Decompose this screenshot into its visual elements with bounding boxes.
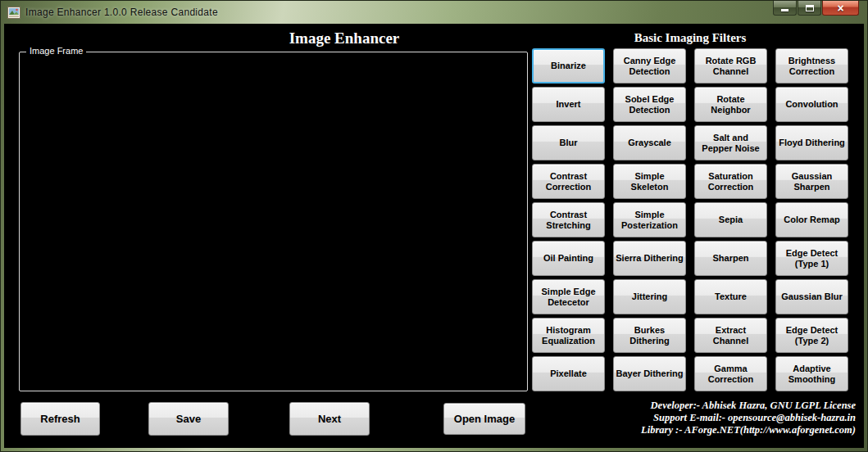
- image-frame-label: Image Frame: [26, 46, 86, 56]
- filter-button-gamma-correction[interactable]: Gamma Correction: [694, 356, 767, 391]
- filter-button-oil-painting[interactable]: Oil Painting: [532, 241, 605, 276]
- credit-line: Support E-mail:- opensource@abhisek-hazr…: [641, 412, 856, 424]
- filter-button-grayscale[interactable]: Grayscale: [613, 125, 686, 160]
- filter-button-adaptive-smoothing[interactable]: Adaptive Smoothing: [775, 356, 848, 391]
- credit-line: Developer:- Abhisek Hazra, GNU LGPL Lice…: [641, 400, 856, 412]
- client-area: Image Enhancer Basic Imaging Filters Ima…: [4, 24, 864, 448]
- filter-button-histogram-equalization[interactable]: Histogram Equalization: [532, 318, 605, 353]
- titlebar[interactable]: Image Enhancer 1.0.0 Release Candidate ×: [1, 1, 867, 24]
- filter-button-invert[interactable]: Invert: [532, 87, 605, 122]
- filter-button-salt-and-pepper-noise[interactable]: Salt and Pepper Noise: [694, 125, 767, 160]
- filter-button-convolution[interactable]: Convolution: [775, 87, 848, 122]
- filter-button-bayer-dithering[interactable]: Bayer Dithering: [613, 356, 686, 391]
- filter-button-gaussian-blur[interactable]: Gaussian Blur: [775, 279, 848, 314]
- image-frame: Image Frame: [19, 52, 528, 391]
- app-heading: Image Enhancer: [225, 29, 463, 47]
- minimize-button[interactable]: [773, 1, 797, 16]
- filter-button-sharpen[interactable]: Sharpen: [694, 241, 767, 276]
- filter-button-jittering[interactable]: Jittering: [613, 279, 686, 314]
- filter-button-simple-posterization[interactable]: Simple Posterization: [613, 202, 686, 237]
- filter-button-floyd-dithering[interactable]: Floyd Dithering: [775, 125, 848, 160]
- refresh-button[interactable]: Refresh: [20, 402, 100, 436]
- maximize-icon: [806, 5, 814, 11]
- save-button[interactable]: Save: [148, 402, 229, 436]
- filter-button-contrast-stretching[interactable]: Contrast Stretching: [532, 202, 605, 237]
- filter-grid: BinarizeCanny Edge DetectionRotate RGB C…: [532, 48, 848, 391]
- filter-button-extract-channel[interactable]: Extract Channel: [694, 318, 767, 353]
- app-window: Image Enhancer 1.0.0 Release Candidate ×…: [0, 0, 868, 452]
- filter-button-edge-detect-type-1[interactable]: Edge Detect (Type 1): [775, 241, 848, 276]
- filters-heading: Basic Imaging Filters: [532, 31, 848, 45]
- filter-button-burkes-dithering[interactable]: Burkes Dithering: [613, 318, 686, 353]
- filter-button-edge-detect-type-2[interactable]: Edge Detect (Type 2): [775, 318, 848, 353]
- open-image-button[interactable]: Open Image: [443, 403, 525, 435]
- filter-button-simple-skeleton[interactable]: Simple Skeleton: [613, 164, 686, 199]
- filter-button-pixellate[interactable]: Pixellate: [532, 356, 605, 391]
- filter-button-saturation-correction[interactable]: Saturation Correction: [694, 164, 767, 199]
- close-button[interactable]: ×: [822, 1, 859, 16]
- filter-button-sierra-dithering[interactable]: Sierra Dithering: [613, 241, 686, 276]
- filter-button-gaussian-sharpen[interactable]: Gaussian Sharpen: [775, 164, 848, 199]
- minimize-icon: [781, 9, 788, 11]
- credits: Developer:- Abhisek Hazra, GNU LGPL Lice…: [641, 400, 856, 436]
- filter-button-canny-edge-detection[interactable]: Canny Edge Detection: [613, 48, 686, 84]
- filter-button-color-remap[interactable]: Color Remap: [775, 202, 848, 237]
- filter-button-texture[interactable]: Texture: [694, 279, 767, 314]
- credit-line: Library :- AForge.NET(http://www.aforgen…: [641, 424, 856, 436]
- filter-button-binarize[interactable]: Binarize: [532, 48, 605, 84]
- filter-button-brightness-correction[interactable]: Brightness Correction: [775, 48, 848, 84]
- filter-button-rotate-neighbor[interactable]: Rotate Neighbor: [694, 87, 767, 122]
- filter-button-contrast-correction[interactable]: Contrast Correction: [532, 164, 605, 199]
- maximize-button[interactable]: [798, 1, 821, 16]
- filter-button-blur[interactable]: Blur: [532, 125, 605, 160]
- app-icon: [7, 7, 20, 19]
- filter-button-simple-edge-detecetor[interactable]: Simple Edge Detecetor: [532, 279, 605, 314]
- close-icon: ×: [837, 2, 843, 14]
- filter-button-rotate-rgb-channel[interactable]: Rotate RGB Channel: [694, 48, 767, 84]
- window-controls: ×: [773, 1, 859, 16]
- filter-button-sobel-edge-detection[interactable]: Sobel Edge Detection: [613, 87, 686, 122]
- window-title: Image Enhancer 1.0.0 Release Candidate: [25, 7, 218, 18]
- next-button[interactable]: Next: [289, 402, 370, 436]
- filter-button-sepia[interactable]: Sepia: [694, 202, 767, 237]
